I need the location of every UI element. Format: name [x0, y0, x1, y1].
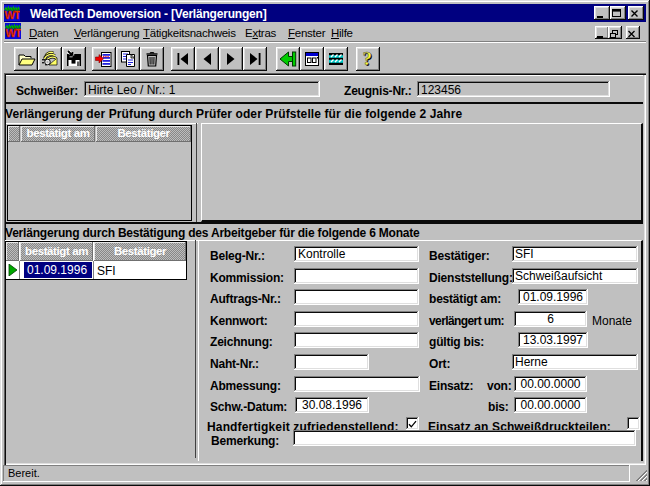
svg-text:WT: WT — [6, 27, 22, 39]
svg-text:?: ? — [363, 49, 373, 69]
svg-text:WT: WT — [5, 9, 21, 21]
